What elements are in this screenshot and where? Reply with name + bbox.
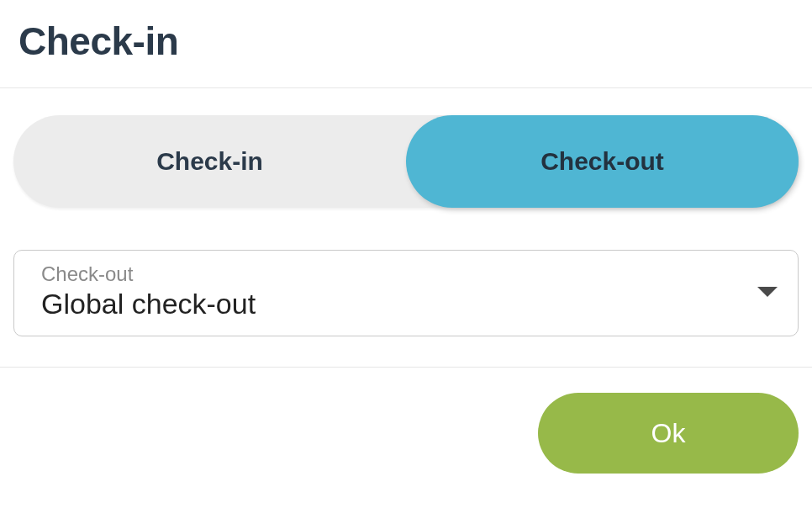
segmented-option-checkin[interactable]: Check-in: [13, 115, 406, 208]
content-area: Check-in Check-out Check-out Global chec…: [0, 88, 812, 368]
header: Check-in: [0, 0, 812, 88]
chevron-down-icon: [757, 287, 778, 297]
footer: Ok: [0, 368, 812, 474]
segmented-option-label: Check-in: [156, 147, 263, 176]
checkin-checkout-toggle: Check-in Check-out: [13, 115, 799, 208]
select-value: Global check-out: [41, 288, 256, 320]
segmented-option-label: Check-out: [540, 147, 664, 176]
select-text-wrapper: Check-out Global check-out: [41, 262, 256, 320]
ok-button[interactable]: Ok: [538, 393, 799, 474]
segmented-option-checkout[interactable]: Check-out: [406, 115, 799, 208]
ok-button-label: Ok: [651, 418, 686, 449]
select-label: Check-out: [41, 262, 256, 286]
page-title: Check-in: [18, 19, 794, 64]
checkout-select[interactable]: Check-out Global check-out: [13, 250, 799, 336]
